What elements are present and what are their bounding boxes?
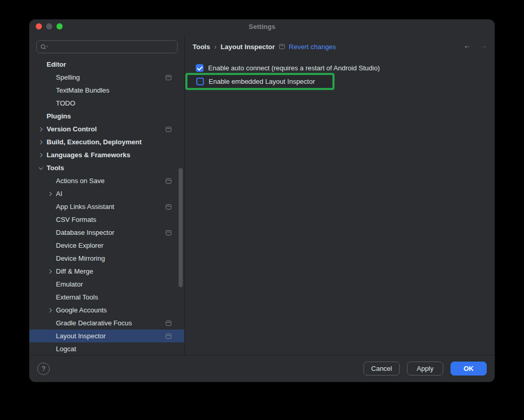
sidebar-item-emulator[interactable]: Emulator [30, 278, 184, 291]
search-dropdown-arrow-icon [47, 46, 48, 47]
breadcrumb-tools[interactable]: Tools [193, 43, 210, 51]
per-project-settings-icon [166, 204, 171, 209]
sidebar-item-spelling[interactable]: Spelling [30, 71, 184, 84]
sidebar-scrollbar-thumb[interactable] [179, 168, 183, 287]
sidebar-item-csv-formats[interactable]: CSV Formats [30, 213, 184, 226]
search-icon [40, 44, 49, 50]
cancel-button[interactable]: Cancel [363, 362, 400, 376]
revert-changes-link[interactable]: Revert changes [289, 43, 336, 51]
chevron-right-icon[interactable] [38, 140, 42, 144]
apply-button[interactable]: Apply [407, 362, 443, 376]
sidebar-item-external-tools[interactable]: External Tools [30, 291, 184, 304]
chevron-right-icon[interactable] [48, 269, 52, 273]
sidebar-item-gradle-declarative-focus[interactable]: Gradle Declarative Focus [30, 317, 184, 329]
chevron-right-icon[interactable] [48, 191, 52, 196]
embedded-layout-inspector-checkbox[interactable] [196, 78, 204, 85]
ok-button[interactable]: OK [450, 362, 487, 376]
sidebar-item-plugins[interactable]: Plugins [30, 110, 184, 123]
dialog-footer: ? Cancel Apply OK [30, 355, 494, 382]
sidebar-item-app-links-assistant[interactable]: App Links Assistant [30, 200, 184, 213]
sidebar-item-diff-merge[interactable]: Diff & Merge [30, 265, 184, 278]
auto-connect-checkbox[interactable] [196, 64, 203, 72]
sidebar-item-textmate-bundles[interactable]: TextMate Bundles [30, 84, 184, 97]
window-title: Settings [30, 23, 494, 31]
highlight-green-box: Enable embedded Layout Inspector [185, 73, 334, 90]
settings-search-box[interactable] [36, 40, 178, 53]
breadcrumb: Tools › Layout Inspector Revert changes [193, 41, 336, 52]
sidebar-item-database-inspector[interactable]: Database Inspector [30, 226, 184, 239]
breadcrumb-separator-icon: › [214, 43, 216, 51]
per-project-settings-icon [166, 75, 171, 80]
per-project-settings-icon [166, 230, 171, 235]
search-input[interactable] [50, 43, 173, 51]
forward-arrow-icon: → [479, 40, 487, 51]
sidebar-item-google-accounts[interactable]: Google Accounts [30, 304, 184, 317]
sidebar-item-logcat[interactable]: Logcat [30, 342, 184, 355]
sidebar-item-languages-frameworks[interactable]: Languages & Frameworks [30, 148, 184, 161]
settings-sidebar: Editor Spelling TextMate Bundles TODO Pl… [30, 34, 184, 355]
title-bar: Settings [30, 20, 494, 34]
sidebar-item-device-mirroring[interactable]: Device Mirroring [30, 252, 184, 265]
settings-tree: Editor Spelling TextMate Bundles TODO Pl… [30, 58, 184, 355]
history-navigation: ← → [463, 40, 487, 51]
help-button[interactable]: ? [37, 363, 50, 375]
per-project-settings-icon [166, 178, 171, 184]
chevron-right-icon[interactable] [38, 127, 42, 131]
per-project-settings-icon [279, 44, 285, 49]
per-project-settings-icon [166, 127, 171, 132]
layout-inspector-settings-panel: Tools › Layout Inspector Revert changes … [185, 34, 494, 355]
enable-auto-connect-option: Enable auto connect (requires a restart … [196, 64, 380, 72]
auto-connect-label: Enable auto connect (requires a restart … [208, 64, 380, 72]
sidebar-item-ai[interactable]: AI [30, 187, 184, 200]
chevron-right-icon[interactable] [48, 308, 52, 312]
sidebar-item-device-explorer[interactable]: Device Explorer [30, 239, 184, 252]
per-project-settings-icon [166, 334, 171, 339]
breadcrumb-layout-inspector: Layout Inspector [221, 43, 275, 51]
sidebar-item-todo[interactable]: TODO [30, 97, 184, 110]
chevron-down-icon[interactable] [39, 165, 43, 169]
sidebar-item-build-execution-deployment[interactable]: Build, Execution, Deployment [30, 136, 184, 148]
help-icon: ? [41, 365, 45, 372]
chevron-right-icon[interactable] [38, 153, 42, 157]
per-project-settings-icon [166, 321, 171, 326]
sidebar-item-tools[interactable]: Tools [30, 161, 184, 174]
sidebar-item-layout-inspector[interactable]: Layout Inspector [30, 329, 184, 342]
sidebar-item-editor[interactable]: Editor [30, 58, 184, 71]
back-arrow-icon[interactable]: ← [463, 40, 471, 51]
sidebar-item-version-control[interactable]: Version Control [30, 123, 184, 136]
sidebar-item-actions-on-save[interactable]: Actions on Save [30, 174, 184, 187]
settings-window: Settings Editor Spelling TextMate Bundle… [30, 20, 494, 382]
embedded-layout-inspector-label: Enable embedded Layout Inspector [209, 78, 315, 85]
